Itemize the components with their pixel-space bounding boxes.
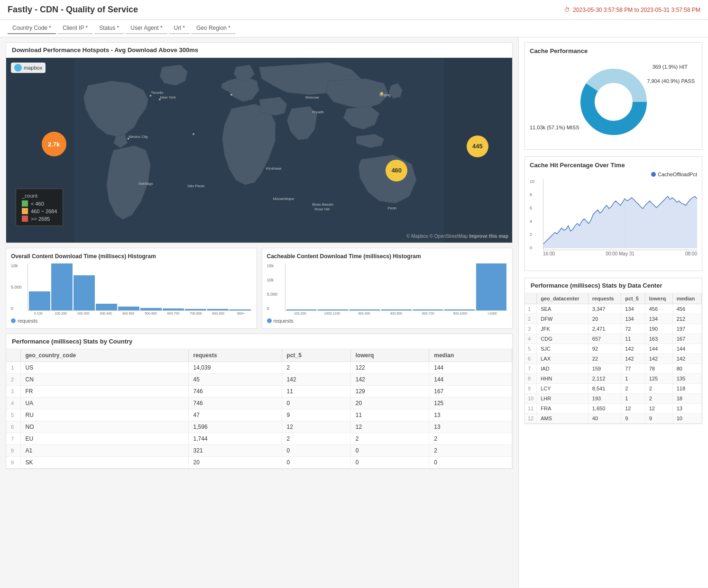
- table-row: 5 SJC 92 142 144 144: [525, 344, 702, 354]
- table-row: 2 CN 45 142 142 144: [6, 374, 512, 386]
- perf-dc-section: Performance (millisecs) Stats by Data Ce…: [524, 278, 702, 424]
- table-row: 3 JFK 2,471 72 190 197: [525, 324, 702, 334]
- dc-col-num: [525, 293, 537, 304]
- svg-point-4: [230, 94, 232, 96]
- svg-text:São Paulo: São Paulo: [187, 184, 205, 188]
- histogram1-legend: requests: [18, 318, 37, 324]
- cache-donut-chart: [566, 59, 661, 145]
- histogram-download: Overall Content Download Time (millisecs…: [6, 248, 257, 329]
- perf-country-table: geo_country_code requests pct_5 lowerq m…: [6, 349, 512, 469]
- filter-client-ip[interactable]: Client IP *: [58, 23, 92, 34]
- perf-country-title: Performance (millisecs) Stats by Country: [12, 338, 132, 345]
- clock-icon: ⏱: [564, 7, 570, 13]
- table-row: 10 LHR 193 1 2 18: [525, 394, 702, 404]
- svg-text:Riyadh: Riyadh: [313, 110, 324, 114]
- table-row: 6 NO 1,596 12 12 13: [6, 421, 512, 433]
- dc-col-name: geo_datacenter: [537, 293, 588, 304]
- table-row: 9 SK 20 0 0 0: [6, 457, 512, 469]
- svg-point-19: [380, 92, 383, 95]
- col-pct5: pct_5: [282, 349, 350, 362]
- mapbox-logo: mapbox: [11, 63, 46, 73]
- table-row: 11 FRA 1,650 12 12 13: [525, 404, 702, 414]
- svg-text:Kinshasa: Kinshasa: [266, 166, 282, 171]
- dc-col-median: median: [672, 293, 701, 304]
- table-row: 7 EU 1,744 2 2 2: [6, 433, 512, 445]
- cache-perf-section: Cache Performance 369 (1.9%) HIT: [524, 42, 702, 150]
- filter-status[interactable]: Status *: [94, 23, 124, 34]
- dc-table: geo_datacenter requests pct_5 lowerq med…: [525, 293, 702, 424]
- table-row: 4 UA 746 0 20 125: [6, 398, 512, 409]
- svg-text:Moscow: Moscow: [305, 95, 319, 100]
- svg-text:Rose Hill: Rose Hill: [314, 207, 329, 211]
- svg-text:Mexico City: Mexico City: [129, 135, 148, 139]
- table-row: 4 CDG 657 11 163 167: [525, 334, 702, 344]
- table-row: 5 RU 47 9 11 13: [6, 409, 512, 421]
- col-lowerq: lowerq: [350, 349, 429, 362]
- pass-label: 7,904 (40.9%) PASS: [647, 78, 695, 84]
- svg-marker-23: [543, 196, 697, 248]
- table-row: 1 SEA 3,347 134 456 456: [525, 304, 702, 314]
- cache-line-chart-svg: [543, 179, 697, 250]
- miss-label: 11.03k (57.1%) MISS: [530, 125, 579, 130]
- table-row: 12 AMS 40 9 9 10: [525, 414, 702, 424]
- dc-col-pct5: pct_5: [621, 293, 645, 304]
- left-panel: Download Performance Hotspots - Avg Down…: [0, 37, 518, 588]
- svg-text:Toronto: Toronto: [151, 90, 164, 95]
- map-legend: _count < 460 460 ~ 2684 >= 2685: [16, 189, 63, 226]
- dc-col-lowerq: lowerq: [645, 293, 672, 304]
- bubble-2700[interactable]: 2.7k: [42, 132, 66, 156]
- perf-dc-title: Performance (millisecs) Stats by Data Ce…: [531, 282, 662, 289]
- page-title: Fastly - CDN - Quality of Service: [8, 5, 138, 15]
- bubble-445[interactable]: 445: [467, 136, 488, 157]
- svg-text:Perth: Perth: [388, 206, 397, 210]
- map-section-title: Download Performance Hotspots - Avg Down…: [12, 46, 198, 54]
- table-row: 3 FR 746 11 129 167: [6, 386, 512, 398]
- map-attribution: © Mapbox © OpenStreetMap Improve this ma…: [406, 234, 508, 239]
- histogram1-title: Overall Content Download Time (millisecs…: [11, 253, 252, 260]
- map-container[interactable]: Toronto New York Mexico City Santiago Sã…: [6, 58, 512, 243]
- cache-perf-title: Cache Performance: [530, 47, 697, 54]
- histogram-cacheable: Cacheable Content Download Time (millise…: [262, 248, 513, 329]
- svg-text:Mozambique: Mozambique: [273, 197, 294, 201]
- svg-text:New York: New York: [160, 95, 176, 100]
- table-row: 6 LAX 22 142 142 142: [525, 354, 702, 364]
- filter-geo-region[interactable]: Geo Region *: [192, 23, 235, 34]
- histogram2-title: Cacheable Content Download Time (millise…: [267, 253, 508, 260]
- filter-url[interactable]: Url *: [169, 23, 190, 34]
- right-panel: Cache Performance 369 (1.9%) HIT: [518, 37, 708, 588]
- col-geocountry: geo_country_code: [20, 349, 188, 362]
- col-num: [6, 349, 20, 362]
- dc-col-requests: requests: [588, 293, 621, 304]
- table-row: 2 DFW 20 134 134 212: [525, 314, 702, 324]
- world-map-svg: Toronto New York Mexico City Santiago Sã…: [6, 58, 512, 243]
- cache-hit-legend: CacheOffloadPct: [658, 172, 697, 177]
- table-row: 8 HHN 2,112 1 125 135: [525, 374, 702, 384]
- col-requests: requests: [188, 349, 282, 362]
- table-row: 8 A1 321 0 0 2: [6, 445, 512, 457]
- table-row: 9 LCY 8,541 2 2 118: [525, 384, 702, 394]
- cache-hit-time-section: Cache Hit Percentage Over Time CacheOffl…: [524, 156, 702, 271]
- cache-hit-title: Cache Hit Percentage Over Time: [530, 162, 697, 169]
- filter-user-agent[interactable]: User Agent *: [126, 23, 167, 34]
- filter-country-code[interactable]: Country Code *: [8, 23, 56, 34]
- header: Fastly - CDN - Quality of Service ⏱ 2023…: [0, 0, 708, 20]
- time-range: ⏱ 2023-05-30 3:57:58 PM to 2023-05-31 3:…: [564, 7, 700, 13]
- svg-point-5: [193, 133, 194, 135]
- col-median: median: [429, 349, 512, 362]
- svg-text:Santiago: Santiago: [138, 181, 153, 186]
- hit-label: 369 (1.9%) HIT: [652, 64, 688, 70]
- map-section: Download Performance Hotspots - Avg Down…: [6, 42, 513, 243]
- bubble-460[interactable]: 460: [386, 160, 407, 181]
- svg-text:Beau Bassin-: Beau Bassin-: [313, 202, 335, 207]
- table-row: 7 IAD 159 77 78 80: [525, 364, 702, 374]
- filter-bar: Country Code * Client IP * Status * User…: [0, 20, 708, 37]
- perf-country-section: Performance (millisecs) Stats by Country…: [6, 334, 513, 469]
- svg-point-1: [149, 95, 151, 97]
- histogram2-legend: requests: [274, 318, 294, 324]
- table-row: 1 US 14,039 2 122 144: [6, 362, 512, 374]
